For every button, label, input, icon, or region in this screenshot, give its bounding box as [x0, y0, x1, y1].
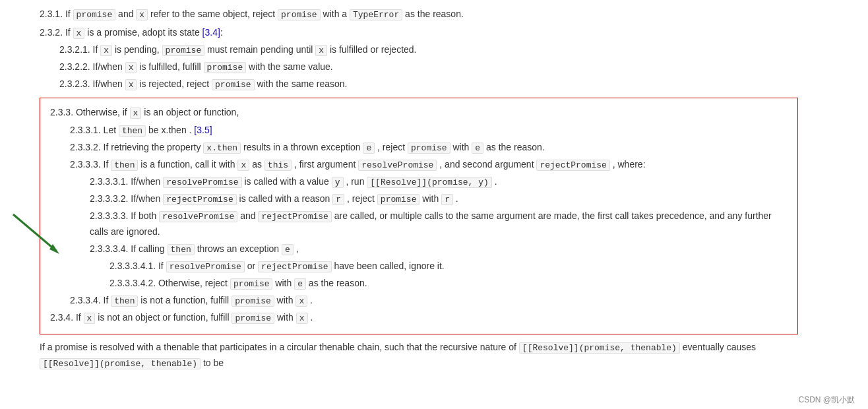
line-2322-text: 2.3.2.2. If/when x is fulfilled, fulfill… — [59, 61, 333, 72]
code-promise-231b: promise — [278, 9, 321, 20]
code-promise-233342: promise — [230, 278, 273, 290]
line-231: 2.3.1. If promise and x refer to the sam… — [40, 7, 798, 22]
code-x-2334: x — [295, 296, 307, 307]
line-233341-text: 2.3.3.3.4.1. If resolvePromise or reject… — [109, 261, 445, 271]
line-2334-text: 2.3.3.4. If then is not a function, fulf… — [70, 295, 313, 305]
line-234: 2.3.4. If x is not an object or function… — [50, 310, 788, 326]
line-23331: 2.3.3.3.1. If/when resolvePromise is cal… — [50, 174, 788, 190]
code-x-2323: x — [125, 79, 137, 90]
line-2323: 2.3.2.3. If/when x is rejected, reject p… — [40, 77, 798, 92]
code-then-23334: then — [168, 244, 195, 255]
code-resolve-footer1: [[Resolve]](promise, thenable) — [519, 342, 680, 354]
line-2321: 2.3.2.1. If x is pending, promise must r… — [40, 42, 798, 58]
code-rejectpromise: rejectPromise — [536, 160, 609, 171]
code-resolve-footer2: [[Resolve]](promise, thenable) — [40, 358, 201, 369]
line-23334-text: 2.3.3.3.4. If calling then throws an exc… — [90, 243, 299, 254]
line-2333: 2.3.3.3. If then is a function, call it … — [50, 157, 788, 173]
code-promise-2321: promise — [162, 45, 205, 56]
code-e-2332: e — [363, 142, 375, 154]
annotation-arrow — [7, 211, 66, 259]
code-resolve-run: [[Resolve]](promise, y) — [367, 177, 491, 188]
code-promise-231: promise — [73, 9, 116, 20]
page-wrapper: 2.3.1. If promise and x refer to the sam… — [0, 0, 868, 409]
code-x-2333: x — [237, 160, 249, 171]
code-promise-2332: promise — [408, 142, 450, 154]
line-23331-text: 2.3.3.3.1. If/when resolvePromise is cal… — [90, 176, 497, 187]
line-2321-text: 2.3.2.1. If x is pending, promise must r… — [59, 44, 417, 55]
code-r: r — [332, 194, 344, 205]
code-x-2321b: x — [315, 45, 327, 56]
code-promise-2334: promise — [232, 296, 274, 307]
code-promise-2323: promise — [212, 79, 255, 90]
line-2331: 2.3.3.1. Let then be x.then . [3.5] — [50, 123, 788, 139]
line-2331-text: 2.3.3.1. Let then be x.then . [3.5] — [70, 125, 212, 135]
code-typeerror: TypeError — [350, 9, 402, 20]
line-2332: 2.3.3.2. If retrieving the property x.th… — [50, 140, 788, 156]
code-this-2333: this — [264, 160, 292, 171]
line-2322: 2.3.2.2. If/when x is fulfilled, fulfill… — [40, 59, 798, 75]
line-23333-text: 2.3.3.3.3. If both resolvePromise and re… — [90, 210, 772, 237]
line-232: 2.3.2. If x is a promise, adopt its stat… — [40, 25, 798, 41]
svg-line-0 — [13, 214, 56, 251]
line-23332: 2.3.3.3.2. If/when rejectPromise is call… — [50, 191, 788, 207]
line-2333-text: 2.3.3.3. If then is a function, call it … — [70, 159, 646, 170]
line-23334: 2.3.3.3.4. If calling then throws an exc… — [50, 241, 788, 257]
code-promise-23332: promise — [377, 194, 420, 205]
code-promise-234: promise — [232, 313, 274, 324]
code-x-2321: x — [100, 45, 112, 56]
code-xthen: x.then — [203, 142, 241, 154]
code-x-232: x — [73, 28, 85, 39]
line-233-text: 2.3.3. Otherwise, if x is an object or f… — [50, 107, 239, 117]
line-233342-text: 2.3.3.3.4.2. Otherwise, reject promise w… — [109, 278, 367, 288]
code-then-2333: then — [111, 160, 138, 171]
code-e-2332b: e — [472, 142, 483, 154]
line-232-text: 2.3.2. If x is a promise, adopt its stat… — [40, 27, 223, 38]
footer-text: If a promise is resolved with a thenable… — [40, 342, 756, 368]
code-resolvepromise-23331: resolvePromise — [163, 177, 241, 188]
ref-35[interactable]: [3.5] — [194, 125, 212, 135]
code-e-23334: e — [282, 244, 294, 255]
code-promise-2322: promise — [204, 62, 247, 73]
code-then-2334: then — [111, 296, 138, 307]
code-resolvepromise-23333: resolvePromise — [159, 211, 237, 222]
code-x-234: x — [84, 313, 96, 324]
code-x-231: x — [136, 9, 148, 20]
line-23332-text: 2.3.3.3.2. If/when rejectPromise is call… — [90, 193, 458, 204]
footer-line: If a promise is resolved with a thenable… — [40, 340, 798, 371]
line-23333: 2.3.3.3.3. If both resolvePromise and re… — [50, 208, 788, 240]
code-resolvepromise-233341: resolvePromise — [166, 261, 245, 272]
code-x-234b: x — [296, 313, 308, 324]
line-231-text: 2.3.1. If promise and x refer to the sam… — [40, 9, 464, 19]
line-233342: 2.3.3.3.4.2. Otherwise, reject promise w… — [50, 276, 788, 292]
code-x-233: x — [130, 108, 142, 119]
ref-34[interactable]: [3.4] — [202, 27, 220, 38]
line-2332-text: 2.3.3.2. If retrieving the property x.th… — [70, 142, 545, 152]
line-2323-text: 2.3.2.3. If/when x is rejected, reject p… — [59, 79, 348, 89]
code-resolvepromise: resolvePromise — [358, 160, 437, 171]
code-rejectpromise-233341: rejectPromise — [258, 261, 331, 272]
content-area: 2.3.1. If promise and x refer to the sam… — [40, 7, 798, 372]
code-r-23332: r — [441, 194, 453, 205]
line-233341: 2.3.3.3.4.1. If resolvePromise or reject… — [50, 259, 788, 274]
code-rejectpromise-23332: rejectPromise — [163, 194, 236, 205]
highlight-box: 2.3.3. Otherwise, if x is an object or f… — [40, 98, 798, 334]
line-233: 2.3.3. Otherwise, if x is an object or f… — [50, 105, 788, 121]
code-rejectpromise-23333: rejectPromise — [258, 211, 331, 222]
line-234-text: 2.3.4. If x is not an object or function… — [50, 312, 313, 323]
code-x-2322: x — [125, 62, 137, 73]
line-2334: 2.3.3.4. If then is not a function, fulf… — [50, 293, 788, 309]
watermark-text: CSDN @凯小默 — [798, 395, 855, 404]
code-y: y — [332, 177, 344, 188]
code-e-233342: e — [294, 278, 306, 290]
watermark: CSDN @凯小默 — [798, 394, 855, 406]
code-then-2331: then — [119, 125, 146, 137]
